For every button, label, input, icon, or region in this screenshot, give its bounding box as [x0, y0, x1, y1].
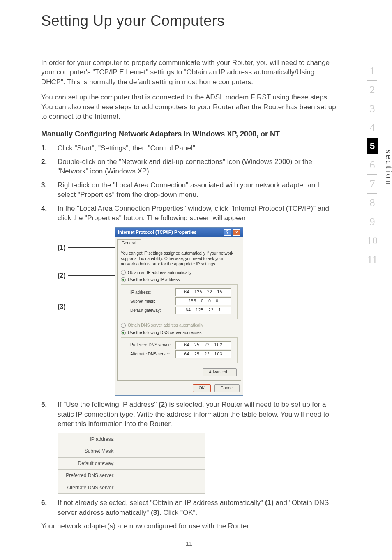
step-3: Right-click on the "Local Area Connectio… — [41, 180, 337, 200]
tcpip-properties-dialog: Internet Protocol (TCP/IP) Properties ? … — [115, 227, 243, 396]
table-pdns-value — [118, 470, 205, 482]
step-4: In the "Local Area Connection Properties… — [41, 204, 337, 223]
use-following-dns-label: Use the following DNS server addresses: — [128, 330, 203, 336]
callout-2: (2) — [58, 271, 66, 280]
use-following-ip-radio[interactable] — [121, 277, 126, 282]
sidebar-item-7: 7 — [360, 175, 385, 193]
table-gateway-value — [118, 457, 205, 470]
table-subnet-value — [118, 445, 205, 458]
sidebar-item-3: 3 — [360, 99, 385, 118]
section-sidebar: 1 2 3 4 5 6 7 8 9 10 11 — [360, 62, 385, 269]
help-icon[interactable]: ? — [224, 229, 231, 236]
ok-button[interactable]: OK — [193, 384, 211, 392]
sidebar-item-6: 6 — [360, 156, 385, 174]
ip-address-label: IP address: — [130, 290, 175, 295]
alternate-dns-label: Alternate DNS server: — [130, 351, 175, 357]
ip-address-input[interactable]: 64 . 125 . 22 . 15 — [175, 288, 231, 296]
close-icon[interactable]: × — [233, 229, 240, 236]
obtain-dns-auto-radio[interactable] — [121, 323, 126, 328]
default-gateway-label: Default gateway: — [130, 308, 175, 313]
general-tab[interactable]: General — [117, 239, 141, 247]
advanced-button[interactable]: Advanced... — [203, 368, 237, 376]
sidebar-item-5-active: 5 — [367, 138, 378, 154]
step-2: Double-click on the "Network and dial-up… — [41, 157, 337, 176]
table-adns-value — [118, 482, 205, 494]
dialog-description: You can get IP settings assigned automat… — [121, 251, 238, 267]
default-gateway-input[interactable]: 64 . 125 . 22 . 1 — [175, 307, 231, 314]
sidebar-item-11: 11 — [360, 250, 385, 269]
preferred-dns-input[interactable]: 64 . 25 . 22 . 102 — [175, 341, 231, 349]
step-6: If not already selected, select "Obtain … — [41, 498, 337, 517]
closing-paragraph: Your network adapter(s) are now configur… — [41, 521, 337, 531]
page-title: Setting Up your Computers — [41, 12, 367, 30]
obtain-ip-auto-radio[interactable] — [121, 270, 126, 275]
intro-paragraph-2: You can set up the computer that is conn… — [41, 92, 337, 121]
preferred-dns-label: Preferred DNS server: — [130, 342, 175, 348]
address-info-table: IP address: Subnet Mask: Default gateway… — [58, 433, 205, 494]
obtain-ip-auto-label: Obtain an IP address automatically — [128, 270, 191, 276]
cancel-button[interactable]: Cancel — [214, 384, 240, 392]
section-label: section — [383, 150, 392, 186]
callout-3: (3) — [58, 302, 66, 311]
intro-paragraph-1: In order for your computer to properly c… — [41, 58, 337, 87]
page-number: 11 — [41, 539, 337, 548]
dialog-title: Internet Protocol (TCP/IP) Properties — [118, 229, 196, 235]
sidebar-item-4: 4 — [360, 118, 385, 137]
use-following-dns-radio[interactable] — [121, 330, 126, 335]
alternate-dns-input[interactable]: 64 . 25 . 22 . 103 — [175, 350, 231, 358]
subheading: Manually Configuring Network Adapters in… — [41, 129, 337, 139]
table-subnet-label: Subnet Mask: — [58, 445, 118, 458]
table-ip-value — [118, 433, 205, 445]
obtain-dns-auto-label: Obtain DNS server address automatically — [128, 323, 203, 328]
step-5: If "Use the following IP address" (2) is… — [41, 400, 337, 429]
table-ip-label: IP address: — [58, 433, 118, 445]
use-following-ip-label: Use the following IP address: — [128, 277, 181, 283]
subnet-mask-label: Subnet mask: — [130, 299, 175, 304]
subnet-mask-input[interactable]: 255 . 0 . 0 . 0 — [175, 297, 231, 305]
title-rule — [41, 33, 367, 33]
dialog-titlebar-icons: ? × — [223, 229, 240, 236]
sidebar-item-1: 1 — [360, 62, 385, 80]
sidebar-item-8: 8 — [360, 194, 385, 212]
sidebar-item-10: 10 — [360, 231, 385, 250]
table-gateway-label: Default gateway: — [58, 457, 118, 470]
table-adns-label: Alternate DNS server: — [58, 482, 118, 494]
table-pdns-label: Preferred DNS server: — [58, 470, 118, 482]
callout-1: (1) — [58, 243, 66, 252]
step-1: Click "Start", "Settings", then "Control… — [41, 143, 337, 153]
sidebar-item-9: 9 — [360, 212, 385, 231]
dialog-figure: (1) (2) (3) Internet Protocol (TCP/IP) P… — [58, 227, 337, 396]
sidebar-item-2: 2 — [360, 81, 385, 99]
